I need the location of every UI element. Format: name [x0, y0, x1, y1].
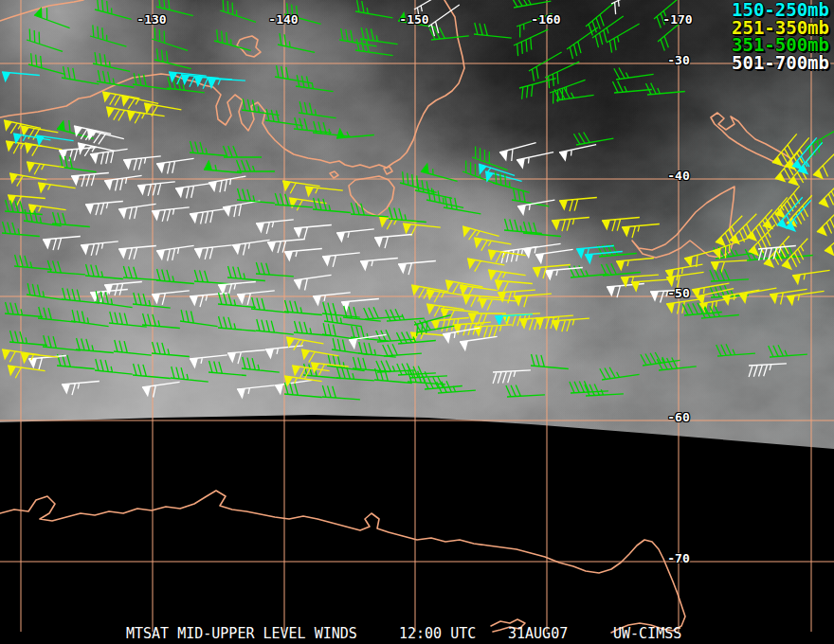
- longitude-label: -150: [399, 12, 428, 27]
- latitude-label: -50: [667, 286, 689, 300]
- caption-credit: UW-CIMSS: [613, 625, 681, 642]
- latitude-label: -30: [667, 53, 689, 67]
- pressure-level-legend: 150-250mb 251-350mb 351-500mb 501-700mb: [732, 1, 829, 71]
- legend-item: 501-700mb: [732, 54, 829, 72]
- longitude-label: -170: [662, 12, 692, 27]
- map-canvas: [0, 0, 834, 644]
- water-vapor-imagery: [0, 0, 834, 455]
- latitude-label: -40: [667, 169, 689, 183]
- latitude-label: -70: [667, 551, 689, 565]
- caption-date: 31AUG07: [508, 625, 568, 642]
- caption-product-title: MTSAT MID-UPPER LEVEL WINDS: [126, 625, 357, 642]
- legend-item: 150-250mb: [732, 1, 829, 19]
- caption-time: 12:00 UTC: [399, 625, 476, 642]
- longitude-label: -130: [136, 12, 166, 27]
- longitude-label: -160: [531, 12, 560, 27]
- latitude-label: -60: [667, 410, 689, 424]
- longitude-label: -140: [268, 12, 298, 27]
- satellite-wind-map: -130-140-150-160-170-30-40-50-60-70 150-…: [0, 0, 834, 644]
- legend-item: 351-500mb: [732, 36, 829, 54]
